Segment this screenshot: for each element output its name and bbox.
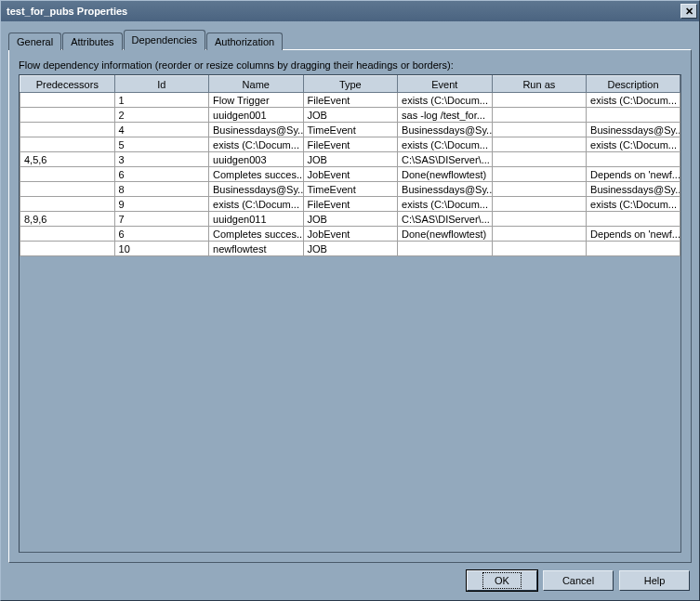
cancel-button[interactable]: Cancel bbox=[543, 570, 614, 591]
cell-name[interactable]: uuidgen001 bbox=[209, 108, 304, 123]
cell-type[interactable]: JobEvent bbox=[303, 167, 398, 182]
cell-type[interactable]: JobEvent bbox=[303, 227, 398, 242]
cell-event[interactable]: C:\SAS\DIServer\... bbox=[398, 212, 493, 227]
cell-type[interactable]: FileEvent bbox=[303, 197, 398, 212]
cell-event[interactable]: Businessdays@Sy... bbox=[398, 123, 493, 137]
cell-name[interactable]: uuidgen011 bbox=[209, 212, 304, 227]
cell-run[interactable] bbox=[492, 167, 587, 182]
col-name[interactable]: Name bbox=[209, 76, 304, 93]
titlebar[interactable]: test_for_pubs Properties ✕ bbox=[1, 1, 699, 21]
cell-id[interactable]: 2 bbox=[114, 108, 209, 123]
cell-pred[interactable] bbox=[20, 182, 115, 197]
cell-id[interactable]: 1 bbox=[114, 93, 209, 108]
table-row[interactable]: 2uuidgen001JOBsas -log /test_for... bbox=[20, 108, 680, 123]
cell-desc[interactable]: exists (C:\Docum... bbox=[587, 137, 680, 152]
cell-id[interactable]: 4 bbox=[114, 123, 209, 137]
cell-pred[interactable] bbox=[20, 197, 115, 212]
table-row[interactable]: 8Businessdays@Sy...TimeEventBusinessdays… bbox=[20, 182, 680, 197]
cell-type[interactable]: JOB bbox=[303, 212, 398, 227]
cell-pred[interactable]: 8,9,6 bbox=[20, 212, 115, 227]
col-description[interactable]: Description bbox=[587, 76, 680, 93]
table-row[interactable]: 10newflowtestJOB bbox=[20, 242, 680, 256]
cell-desc[interactable]: Businessdays@Sy... bbox=[587, 123, 680, 137]
cell-run[interactable] bbox=[492, 123, 587, 137]
cell-event[interactable]: sas -log /test_for... bbox=[398, 108, 493, 123]
cell-pred[interactable] bbox=[20, 227, 115, 242]
cell-desc[interactable]: exists (C:\Docum... bbox=[587, 197, 680, 212]
cell-name[interactable]: exists (C:\Docum... bbox=[209, 197, 304, 212]
cell-pred[interactable] bbox=[20, 108, 115, 123]
table-row[interactable]: 4,5,63uuidgen003JOBC:\SAS\DIServer\... bbox=[20, 152, 680, 167]
cell-event[interactable]: exists (C:\Docum... bbox=[398, 137, 493, 152]
tab-general[interactable]: General bbox=[8, 33, 61, 50]
cell-desc[interactable]: Depends on 'newf... bbox=[587, 227, 680, 242]
cell-name[interactable]: exists (C:\Docum... bbox=[209, 137, 304, 152]
col-predecessors[interactable]: Predecessors bbox=[20, 76, 115, 93]
cell-name[interactable]: Businessdays@Sy... bbox=[209, 182, 304, 197]
cell-run[interactable] bbox=[492, 197, 587, 212]
cell-id[interactable]: 7 bbox=[114, 212, 209, 227]
cell-id[interactable]: 8 bbox=[114, 182, 209, 197]
cell-desc[interactable] bbox=[587, 212, 680, 227]
cell-id[interactable]: 10 bbox=[114, 242, 209, 256]
tab-authorization[interactable]: Authorization bbox=[206, 33, 283, 50]
cell-pred[interactable] bbox=[20, 167, 115, 182]
cell-event[interactable]: exists (C:\Docum... bbox=[398, 197, 493, 212]
cell-run[interactable] bbox=[492, 152, 587, 167]
cell-desc[interactable]: Depends on 'newf... bbox=[587, 167, 680, 182]
cell-type[interactable]: JOB bbox=[303, 152, 398, 167]
table-row[interactable]: 8,9,67uuidgen011JOBC:\SAS\DIServer\... bbox=[20, 212, 680, 227]
close-button[interactable]: ✕ bbox=[680, 4, 697, 19]
cell-desc[interactable] bbox=[587, 152, 680, 167]
table-row[interactable]: 4Businessdays@Sy...TimeEventBusinessdays… bbox=[20, 123, 680, 137]
cell-run[interactable] bbox=[492, 93, 587, 108]
cell-id[interactable]: 3 bbox=[114, 152, 209, 167]
cell-type[interactable]: JOB bbox=[303, 242, 398, 256]
table-row[interactable]: 9exists (C:\Docum...FileEventexists (C:\… bbox=[20, 197, 680, 212]
cell-name[interactable]: Completes succes... bbox=[209, 167, 304, 182]
cell-name[interactable]: Businessdays@Sy... bbox=[209, 123, 304, 137]
cell-pred[interactable] bbox=[20, 137, 115, 152]
table-row[interactable]: 5exists (C:\Docum...FileEventexists (C:\… bbox=[20, 137, 680, 152]
cell-event[interactable]: exists (C:\Docum... bbox=[398, 93, 493, 108]
cell-type[interactable]: TimeEvent bbox=[303, 123, 398, 137]
cell-id[interactable]: 6 bbox=[114, 227, 209, 242]
col-run-as[interactable]: Run as bbox=[492, 76, 587, 93]
cell-desc[interactable]: exists (C:\Docum... bbox=[587, 93, 680, 108]
cell-type[interactable]: FileEvent bbox=[303, 93, 398, 108]
cell-run[interactable] bbox=[492, 212, 587, 227]
col-event[interactable]: Event bbox=[398, 76, 493, 93]
cell-event[interactable]: Done(newflowtest) bbox=[398, 227, 493, 242]
cell-run[interactable] bbox=[492, 108, 587, 123]
cell-type[interactable]: FileEvent bbox=[303, 137, 398, 152]
table-row[interactable]: 6Completes succes...JobEventDone(newflow… bbox=[20, 167, 680, 182]
cell-name[interactable]: newflowtest bbox=[209, 242, 304, 256]
cell-run[interactable] bbox=[492, 182, 587, 197]
cell-type[interactable]: JOB bbox=[303, 108, 398, 123]
cell-desc[interactable]: Businessdays@Sy... bbox=[587, 182, 680, 197]
cell-desc[interactable] bbox=[587, 108, 680, 123]
help-button[interactable]: Help bbox=[619, 570, 690, 591]
dependency-grid[interactable]: Predecessors Id Name Type Event Run as D… bbox=[20, 75, 680, 256]
tab-attributes[interactable]: Attributes bbox=[62, 33, 122, 50]
cell-name[interactable]: Completes succes... bbox=[209, 227, 304, 242]
cell-pred[interactable] bbox=[20, 242, 115, 256]
cell-type[interactable]: TimeEvent bbox=[303, 182, 398, 197]
cell-event[interactable] bbox=[398, 242, 493, 256]
cell-run[interactable] bbox=[492, 227, 587, 242]
cell-pred[interactable] bbox=[20, 123, 115, 137]
table-row[interactable]: 1Flow TriggerFileEventexists (C:\Docum..… bbox=[20, 93, 680, 108]
cell-pred[interactable]: 4,5,6 bbox=[20, 152, 115, 167]
cell-pred[interactable] bbox=[20, 93, 115, 108]
cell-id[interactable]: 9 bbox=[114, 197, 209, 212]
cell-id[interactable]: 5 bbox=[114, 137, 209, 152]
col-id[interactable]: Id bbox=[114, 76, 209, 93]
cell-run[interactable] bbox=[492, 242, 587, 256]
cell-run[interactable] bbox=[492, 137, 587, 152]
cell-name[interactable]: uuidgen003 bbox=[209, 152, 304, 167]
cell-event[interactable]: Done(newflowtest) bbox=[398, 167, 493, 182]
cell-event[interactable]: Businessdays@Sy... bbox=[398, 182, 493, 197]
col-type[interactable]: Type bbox=[303, 76, 398, 93]
tab-dependencies[interactable]: Dependencies bbox=[124, 30, 205, 50]
cell-event[interactable]: C:\SAS\DIServer\... bbox=[398, 152, 493, 167]
